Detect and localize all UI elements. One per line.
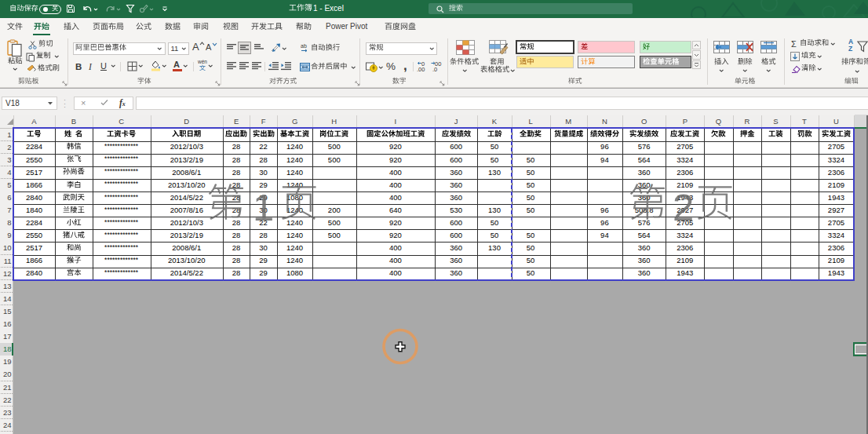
svg-text:.0: .0 bbox=[432, 66, 437, 72]
svg-text:ab: ab bbox=[301, 43, 307, 49]
svg-text:.00: .00 bbox=[417, 66, 425, 72]
